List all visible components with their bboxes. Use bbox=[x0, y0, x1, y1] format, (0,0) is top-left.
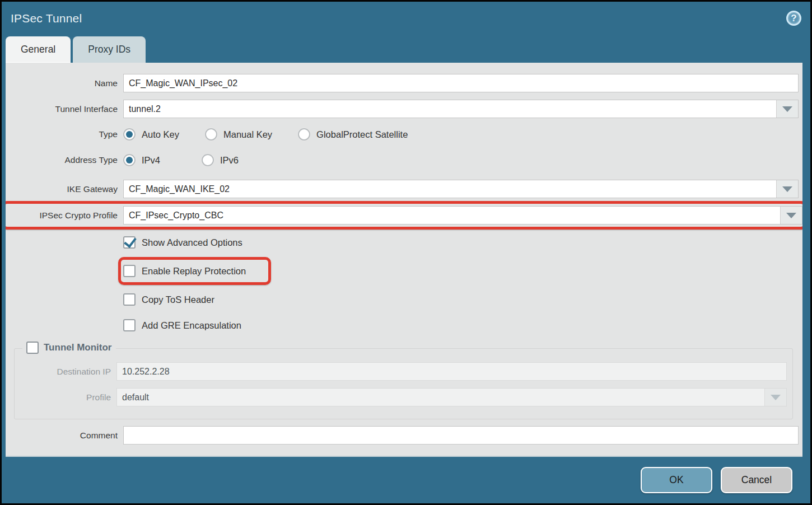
type-option-auto-key[interactable]: Auto Key bbox=[123, 128, 179, 141]
ipsec-tunnel-dialog: IPSec Tunnel ? General Proxy IDs Name Tu… bbox=[0, 0, 812, 505]
enable-replay-protection-option[interactable]: Enable Replay Protection bbox=[123, 265, 246, 277]
tab-bar: General Proxy IDs bbox=[2, 35, 810, 63]
chevron-down-icon bbox=[771, 395, 781, 400]
address-type-label: Address Type bbox=[6, 155, 118, 165]
help-icon[interactable]: ? bbox=[786, 11, 801, 26]
type-label: Type bbox=[6, 129, 118, 139]
dialog-title: IPSec Tunnel bbox=[11, 12, 82, 25]
ipsec-crypto-profile-dropdown-button[interactable] bbox=[780, 207, 802, 224]
address-type-option-ipv4[interactable]: IPv4 bbox=[123, 154, 160, 166]
ipsec-crypto-profile-row: IPSec Crypto Profile bbox=[6, 206, 802, 225]
radio-ipv6[interactable] bbox=[202, 154, 214, 166]
ike-gateway-dropdown-button[interactable] bbox=[776, 180, 798, 198]
comment-input[interactable] bbox=[123, 426, 799, 445]
ike-gateway-row: IKE Gateway bbox=[6, 180, 799, 198]
address-type-option-ipv6[interactable]: IPv6 bbox=[202, 154, 239, 166]
destination-ip-input bbox=[116, 362, 787, 381]
destination-ip-label: Destination IP bbox=[15, 367, 111, 377]
destination-ip-row: Destination IP bbox=[15, 362, 787, 381]
dialog-footer: OK Cancel bbox=[2, 457, 810, 503]
ike-gateway-input[interactable] bbox=[124, 180, 776, 198]
ike-gateway-label: IKE Gateway bbox=[6, 184, 118, 194]
add-gre-encapsulation-row: Add GRE Encapsulation bbox=[6, 319, 799, 331]
chevron-down-icon bbox=[782, 186, 792, 192]
enable-replay-protection-row: Enable Replay Protection bbox=[6, 262, 799, 280]
profile-input bbox=[117, 389, 764, 406]
comment-label: Comment bbox=[6, 431, 118, 441]
ipsec-crypto-profile-input[interactable] bbox=[124, 207, 780, 224]
tab-general-label: General bbox=[21, 44, 55, 55]
tunnel-monitor-checkbox[interactable] bbox=[26, 342, 39, 354]
tunnel-interface-combo bbox=[123, 100, 799, 118]
copy-tos-header-row: Copy ToS Header bbox=[6, 293, 799, 306]
profile-row: Profile bbox=[15, 388, 787, 406]
chevron-down-icon bbox=[786, 213, 796, 218]
add-gre-encapsulation-option[interactable]: Add GRE Encapsulation bbox=[123, 319, 241, 331]
tab-proxy-ids-label: Proxy IDs bbox=[88, 44, 130, 55]
tunnel-monitor-group: Tunnel Monitor Destination IP Profile bbox=[14, 348, 793, 419]
profile-label: Profile bbox=[15, 392, 111, 403]
type-row: Type Auto Key Manual Key GlobalProtect S… bbox=[6, 128, 799, 141]
tunnel-interface-label: Tunnel Interface bbox=[6, 104, 118, 114]
ipsec-crypto-profile-combo bbox=[123, 206, 802, 225]
profile-combo bbox=[116, 388, 787, 406]
show-advanced-options-checkbox[interactable] bbox=[123, 236, 136, 249]
radio-ipv4[interactable] bbox=[123, 154, 136, 166]
radio-globalprotect-satellite[interactable] bbox=[298, 128, 310, 141]
cancel-button[interactable]: Cancel bbox=[721, 467, 792, 493]
tab-proxy-ids[interactable]: Proxy IDs bbox=[73, 36, 146, 63]
tunnel-interface-row: Tunnel Interface bbox=[6, 100, 799, 118]
type-option-manual-key[interactable]: Manual Key bbox=[205, 128, 272, 141]
ike-gateway-combo bbox=[123, 180, 799, 198]
chevron-down-icon bbox=[782, 106, 792, 112]
general-tab-panel: Name Tunnel Interface Type A bbox=[6, 63, 802, 457]
profile-dropdown-button bbox=[764, 389, 786, 406]
radio-manual-key[interactable] bbox=[205, 128, 217, 141]
radio-auto-key[interactable] bbox=[123, 128, 136, 141]
copy-tos-header-checkbox[interactable] bbox=[123, 293, 136, 306]
type-option-globalprotect-satellite[interactable]: GlobalProtect Satellite bbox=[298, 128, 408, 141]
name-row: Name bbox=[6, 74, 799, 92]
show-advanced-options-option[interactable]: Show Advanced Options bbox=[123, 236, 242, 249]
tunnel-interface-input[interactable] bbox=[124, 100, 776, 118]
ipsec-crypto-profile-label: IPSec Crypto Profile bbox=[6, 211, 118, 221]
tunnel-monitor-legend: Tunnel Monitor bbox=[22, 342, 116, 354]
enable-replay-protection-checkbox[interactable] bbox=[123, 265, 136, 277]
dialog-titlebar: IPSec Tunnel ? bbox=[2, 2, 810, 35]
highlight-annotation-replay-protection: Enable Replay Protection bbox=[118, 257, 271, 285]
highlight-annotation-crypto-profile: IPSec Crypto Profile bbox=[6, 201, 802, 230]
copy-tos-header-option[interactable]: Copy ToS Header bbox=[123, 293, 214, 306]
address-type-row: Address Type IPv4 IPv6 bbox=[6, 154, 799, 166]
comment-row: Comment bbox=[6, 426, 799, 445]
tab-general[interactable]: General bbox=[6, 36, 71, 63]
name-input[interactable] bbox=[123, 74, 799, 92]
name-label: Name bbox=[6, 78, 118, 88]
add-gre-encapsulation-checkbox[interactable] bbox=[123, 319, 136, 331]
show-advanced-options-row: Show Advanced Options bbox=[6, 236, 799, 249]
tunnel-interface-dropdown-button[interactable] bbox=[776, 100, 798, 118]
ok-button[interactable]: OK bbox=[641, 467, 712, 493]
